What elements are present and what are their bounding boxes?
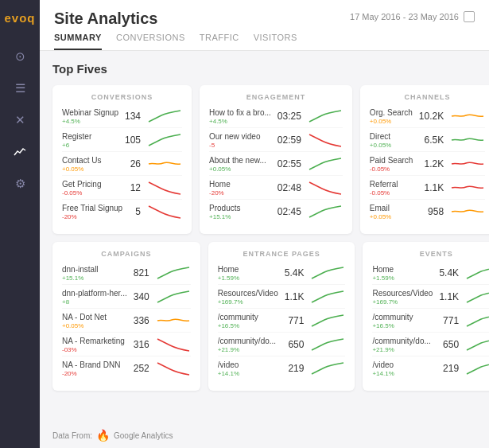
card-title: CHANNELS	[370, 93, 485, 101]
card-row: /video+14.1%219	[218, 360, 346, 380]
row-value: 10.2K	[419, 111, 444, 122]
card-row: About the new...+0.05%02:55	[209, 155, 343, 176]
sparkline	[310, 288, 345, 306]
sparkline	[308, 179, 343, 197]
nav-tabs: SUMMARY CONVERSIONS TRAFFIC VISITORS	[54, 33, 475, 50]
card-row: Our new video-502:59	[209, 131, 343, 152]
row-change: +15.1%	[62, 275, 127, 282]
row-name: Paid Search	[370, 156, 418, 165]
card-row: /community/do...+21.9%650	[372, 336, 489, 356]
chart-icon[interactable]	[6, 138, 34, 166]
row-name: /community	[372, 313, 437, 321]
sparkline	[308, 155, 343, 173]
sparkline	[450, 107, 485, 125]
tab-conversions[interactable]: CONVERSIONS	[116, 33, 185, 50]
row-name: Referral	[370, 180, 418, 189]
sparkline	[465, 312, 489, 329]
calendar-icon[interactable]	[464, 11, 475, 22]
sparkline	[156, 360, 191, 377]
tools-icon[interactable]: ✕	[6, 106, 34, 134]
row-name: /community	[218, 313, 282, 321]
sparkline	[147, 155, 182, 173]
row-change: -0.05%	[62, 189, 124, 197]
row-change: +15.1%	[209, 213, 271, 220]
globe-icon[interactable]: ⊙	[6, 42, 34, 71]
main-content: Site Analytics 17 May 2016 - 23 May 2016…	[40, 0, 489, 448]
card-row: Get Pricing-0.05%12	[62, 179, 182, 200]
sparkline	[465, 288, 489, 306]
row-change: +16.5%	[218, 322, 282, 329]
row-name: dnn-install	[62, 265, 127, 274]
row-value: 316	[134, 339, 149, 350]
row-change: +8	[62, 298, 127, 306]
app-logo: evoq	[4, 11, 35, 25]
row-value: 771	[443, 315, 459, 326]
row-change: +0.05%	[370, 118, 413, 125]
row-value: 5	[135, 206, 141, 217]
row-change: -0.05%	[370, 189, 418, 197]
date-range: 17 May 2016 - 23 May 2016	[350, 11, 475, 22]
row-change: +4.5%	[209, 118, 271, 125]
row-name: Email	[370, 204, 421, 212]
row-value: 821	[134, 267, 149, 279]
gear-icon[interactable]: ⚙	[6, 169, 34, 198]
row-value: 219	[443, 363, 459, 374]
row-name: Products	[209, 204, 271, 212]
row-value: 5.4K	[439, 267, 459, 279]
card-row: Home-20%02:48	[209, 179, 343, 200]
card-row: Referral-0.05%1.1K	[370, 179, 485, 200]
row-change: -5	[209, 142, 271, 149]
card-title: CAMPAIGNS	[62, 250, 191, 258]
row-name: Get Pricing	[62, 180, 124, 189]
row-change: +1.59%	[372, 275, 433, 282]
sparkline	[450, 203, 485, 220]
list-icon[interactable]: ☰	[6, 74, 34, 103]
row-value: 5.4K	[285, 267, 305, 279]
footer-source: Google Analytics	[114, 431, 173, 440]
footer: Data From: 🔥 Google Analytics	[40, 423, 489, 448]
sparkline	[450, 179, 485, 197]
tab-summary[interactable]: SUMMARY	[54, 33, 102, 50]
row-name: /community/do...	[218, 337, 282, 345]
row-change: +21.9%	[218, 346, 282, 353]
analytics-card: EVENTSHome+1.59%5.4KResources/Video+169.…	[363, 242, 489, 391]
footer-label: Data From:	[52, 431, 92, 440]
row-value: 650	[288, 339, 304, 350]
row-value: 1.1K	[439, 291, 459, 302]
card-row: /community+16.5%771	[218, 312, 346, 333]
row-name: Org. Search	[370, 108, 413, 117]
tab-visitors[interactable]: VISITORS	[254, 33, 297, 50]
row-change: -03%	[62, 346, 127, 353]
row-change: +14.1%	[218, 370, 282, 377]
sparkline	[156, 264, 191, 282]
card-row: Resources/Video+169.7%1.1K	[218, 288, 346, 309]
card-row: dnn-platform-her...+8340	[62, 288, 191, 309]
row-value: 03:25	[277, 111, 301, 122]
row-change: +0.05%	[209, 166, 271, 173]
analytics-card: CHANNELSOrg. Search+0.05%10.2KDirect+0.0…	[360, 85, 489, 234]
row-change: +169.7%	[218, 298, 278, 306]
row-value: 1.1K	[424, 182, 444, 193]
sparkline	[310, 312, 345, 329]
card-row: Register+6105	[62, 131, 182, 152]
row-change: +14.1%	[372, 370, 437, 377]
row-name: Register	[62, 132, 118, 141]
row-name: /community/do...	[372, 337, 437, 345]
row-change: +1.59%	[218, 275, 278, 282]
row-name: Home	[209, 180, 271, 189]
row-change: +0.05%	[370, 142, 418, 149]
sparkline	[308, 203, 343, 220]
sparkline	[310, 360, 345, 377]
page-title: Site Analytics	[54, 10, 157, 28]
row-value: 336	[134, 315, 149, 326]
row-value: 26	[130, 158, 141, 169]
analytics-card: CONVERSIONSWebinar Signup+4.5%134Registe…	[52, 85, 192, 234]
row-value: 02:55	[277, 158, 301, 169]
row-value: 02:59	[277, 134, 301, 146]
tab-traffic[interactable]: TRAFFIC	[200, 33, 239, 50]
row-name: Contact Us	[62, 156, 124, 165]
header: Site Analytics 17 May 2016 - 23 May 2016…	[40, 0, 489, 51]
row-change: +4.5%	[62, 118, 118, 125]
row-name: Home	[372, 265, 433, 274]
row-name: /video	[218, 360, 282, 369]
